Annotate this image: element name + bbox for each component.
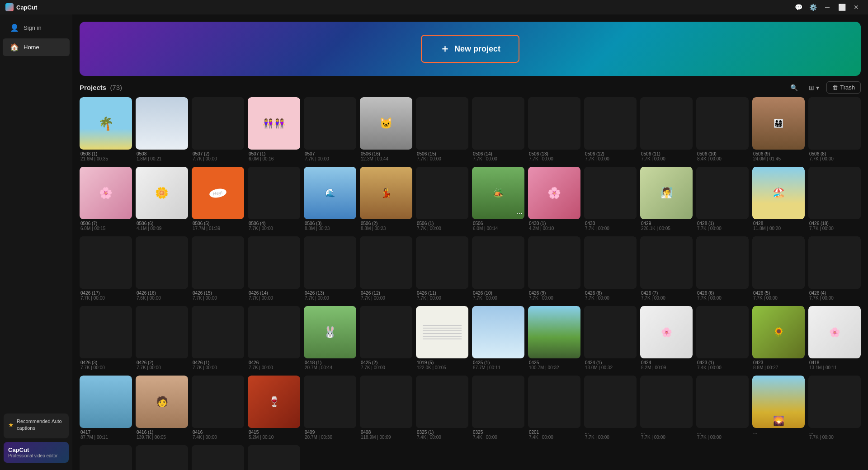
- project-item[interactable]: 0426 (12) 7.7K | 00:00: [360, 236, 412, 302]
- project-name: 0429: [641, 221, 692, 226]
- project-item[interactable]: 🌸 0418 13.1M | 00:11: [808, 306, 861, 372]
- project-name: 0430: [585, 221, 636, 226]
- project-info: 0506 (9) 24.0M | 01:45: [752, 150, 805, 163]
- project-info: 0507 7.7K | 00:00: [304, 150, 356, 163]
- project-item[interactable]: 0426 (13) 7.7K | 00:00: [304, 236, 356, 302]
- project-item[interactable]: Hey! 0506 (5) 17.7M | 01:39: [192, 167, 244, 233]
- project-info: 0426 (2) 7.7K | 00:00: [136, 358, 188, 372]
- project-item[interactable]: 0201 7.4K | 00:00: [528, 376, 580, 442]
- project-item[interactable]: 0506 (12) 7.7K | 00:00: [584, 97, 637, 163]
- project-item[interactable]: 0506 (1) 7.7K | 00:00: [416, 167, 468, 233]
- project-item[interactable]: 👭👭 0507 (1) 6.0M | 00:16: [248, 97, 300, 163]
- project-item[interactable]: 🐰 0418 (1) 20.7M | 00:44: [304, 306, 356, 372]
- project-item[interactable]: 🌸 0430 (1) 4.2M | 00:10: [528, 167, 580, 233]
- project-item[interactable]: 1019 (5) 122.0K | 00:05: [416, 306, 468, 372]
- sidebar-item-home[interactable]: 🏠 Home: [3, 38, 70, 56]
- minimize-btn[interactable]: ─: [821, 1, 834, 14]
- project-name: 0430 (1): [529, 221, 580, 226]
- maximize-btn[interactable]: ⬜: [835, 1, 848, 14]
- project-item[interactable]: 0426 (7) 7.7K | 00:00: [640, 236, 693, 302]
- project-item[interactable]: 0426 7.7K | 00:00: [248, 306, 300, 372]
- project-item[interactable]: 🏕️ ··· 0506 6.0M | 00:14: [472, 167, 524, 233]
- project-meta: 226.1K | 00:05: [641, 226, 692, 231]
- project-item[interactable]: ... 7.7K | 00:00: [640, 376, 693, 442]
- settings-icon-btn[interactable]: ⚙️: [807, 1, 819, 14]
- capcut-promo[interactable]: CapCut Professional video editor: [4, 442, 69, 463]
- project-item[interactable]: 0426 (18) 7.7K | 00:00: [808, 167, 861, 233]
- project-item[interactable]: 🌄 ...: [752, 376, 805, 442]
- project-item[interactable]: ... 7.7K | 00:00: [696, 376, 749, 442]
- project-item[interactable]: 🐱 0506 (16) 12.3M | 00:44: [360, 97, 412, 163]
- project-item[interactable]: 🧑 0416 (1) 139.7K | 00:05: [136, 376, 188, 442]
- project-item[interactable]: 0426 (5) 7.7K | 00:00: [752, 236, 805, 302]
- project-item[interactable]: 0426 (16) 7.6K | 00:00: [136, 236, 188, 302]
- project-name: 0426 (13): [305, 291, 355, 296]
- project-item[interactable]: 0506 (8) 7.7K | 00:00: [808, 97, 861, 163]
- close-btn[interactable]: ✕: [850, 1, 863, 14]
- project-item[interactable]: 🌻 0423 8.8M | 00:27: [752, 306, 805, 372]
- project-item[interactable]: 0426 (4) 7.7K | 00:00: [808, 236, 861, 302]
- project-item[interactable]: 0507 7.7K | 00:00: [304, 97, 356, 163]
- project-item[interactable]: 0426 (2) 7.7K | 00:00: [136, 306, 188, 372]
- project-item[interactable]: 0426 (1) 7.7K | 00:00: [192, 306, 244, 372]
- project-item[interactable]: 0506 (13) 7.7K | 00:00: [528, 97, 580, 163]
- search-button[interactable]: 🔍: [787, 82, 802, 94]
- project-item[interactable]: 0430 7.7K | 00:00: [584, 167, 637, 233]
- grid-view-button[interactable]: ⊞ ▾: [805, 82, 823, 94]
- project-item[interactable]: 🍷 0415 5.2M | 00:10: [248, 376, 300, 442]
- project-item[interactable]: 0426 (8) 7.7K | 00:00: [584, 236, 637, 302]
- project-item[interactable]: 👨‍👩‍👧‍👦 0506 (9) 24.0M | 01:45: [752, 97, 805, 163]
- project-item[interactable]: 0425 (1) 87.7M | 00:11: [472, 306, 524, 372]
- project-item[interactable]: 0506 (14) 7.7K | 00:00: [472, 97, 524, 163]
- project-item[interactable]: ... 7.7K | 00:00: [808, 376, 861, 442]
- project-item[interactable]: 🌸 0506 (7) 6.0M | 00:15: [80, 167, 132, 233]
- project-item[interactable]: 0325 7.4K | 00:00: [472, 376, 524, 442]
- project-item[interactable]: 0506 (15) 7.7K | 00:00: [416, 97, 468, 163]
- project-item[interactable]: 0507 (2) 7.7K | 00:00: [192, 97, 244, 163]
- sidebar-item-signin[interactable]: 👤 Sign in: [3, 19, 70, 37]
- project-item[interactable]: 0417 87.7M | 00:11: [80, 376, 132, 442]
- project-item[interactable]: 0426 (15) 7.7K | 00:00: [192, 236, 244, 302]
- project-item[interactable]: 0426 (3) 7.7K | 00:00: [80, 306, 132, 372]
- project-item[interactable]: 0409 20.7M | 00:30: [304, 376, 356, 442]
- project-item[interactable]: 🌊 0506 (3) 8.8M | 00:23: [304, 167, 356, 233]
- project-meta: 8.8M | 00:23: [305, 226, 355, 231]
- project-item[interactable]: 0506 (11) 7.7K | 00:00: [640, 97, 693, 163]
- more-dots-icon: ···: [517, 209, 523, 217]
- project-item[interactable]: 0506 (4) 7.7K | 00:00: [248, 167, 300, 233]
- project-item[interactable]: 🏖️ 0428 11.8M | 00:20: [752, 167, 805, 233]
- project-item[interactable]: ... 7.7K | 00:00: [248, 445, 300, 470]
- project-item[interactable]: 0416 7.4K | 00:00: [192, 376, 244, 442]
- project-item[interactable]: 0424 (1) 13.0M | 00:32: [584, 306, 637, 372]
- project-item[interactable]: 0426 (17) 7.7K | 00:00: [80, 236, 132, 302]
- recommended-banner[interactable]: ★ Recommended Auto captions: [4, 414, 69, 438]
- project-item[interactable]: 0423 (1) 7.4K | 00:00: [696, 306, 749, 372]
- project-item[interactable]: 🌸 0424 8.2M | 00:09: [640, 306, 693, 372]
- recommended-text: Recommended Auto captions: [17, 418, 64, 431]
- project-item[interactable]: 0426 (11) 7.7K | 00:00: [416, 236, 468, 302]
- project-item[interactable]: ... 7.7K | 00:00: [80, 445, 132, 470]
- project-item[interactable]: 💃 0506 (2) 8.8M | 00:23: [360, 167, 412, 233]
- project-item[interactable]: 0508 1.8M | 00:21: [136, 97, 188, 163]
- new-project-button[interactable]: ＋ New project: [421, 35, 519, 63]
- project-item[interactable]: 0426 (6) 7.7K | 00:00: [696, 236, 749, 302]
- chat-icon-btn[interactable]: 💬: [792, 1, 805, 14]
- project-item[interactable]: 0325 (1) 7.4K | 00:00: [416, 376, 468, 442]
- project-item[interactable]: 0426 (9) 7.7K | 00:00: [528, 236, 580, 302]
- project-item[interactable]: 0425 100.7M | 00:32: [528, 306, 580, 372]
- trash-button[interactable]: 🗑 Trash: [826, 81, 861, 94]
- project-item[interactable]: 🧖 0429 226.1K | 00:05: [640, 167, 693, 233]
- project-item[interactable]: 0408 118.9M | 00:09: [360, 376, 412, 442]
- project-item[interactable]: ... 7.7K | 00:00: [192, 445, 244, 470]
- project-item[interactable]: 0426 (10) 7.7K | 00:00: [472, 236, 524, 302]
- project-name: 0416 (1): [137, 430, 187, 435]
- project-item[interactable]: ... 7.7K | 00:00: [136, 445, 188, 470]
- project-item[interactable]: 🌴 0508 (1) 21.6M | 00:35: [80, 97, 132, 163]
- project-item[interactable]: 0425 (2) 7.7K | 00:00: [360, 306, 412, 372]
- app-body: 👤 Sign in 🏠 Home ★ Recommended Auto capt…: [0, 14, 868, 470]
- project-item[interactable]: 🌼 0506 (6) 4.1M | 00:09: [136, 167, 188, 233]
- project-item[interactable]: 0506 (10) 8.4K | 00:00: [696, 97, 749, 163]
- project-item[interactable]: 0428 (1) 7.7K | 00:00: [696, 167, 749, 233]
- project-item[interactable]: 0426 (14) 7.7K | 00:00: [248, 236, 300, 302]
- project-item[interactable]: ... 7.7K | 00:00: [584, 376, 637, 442]
